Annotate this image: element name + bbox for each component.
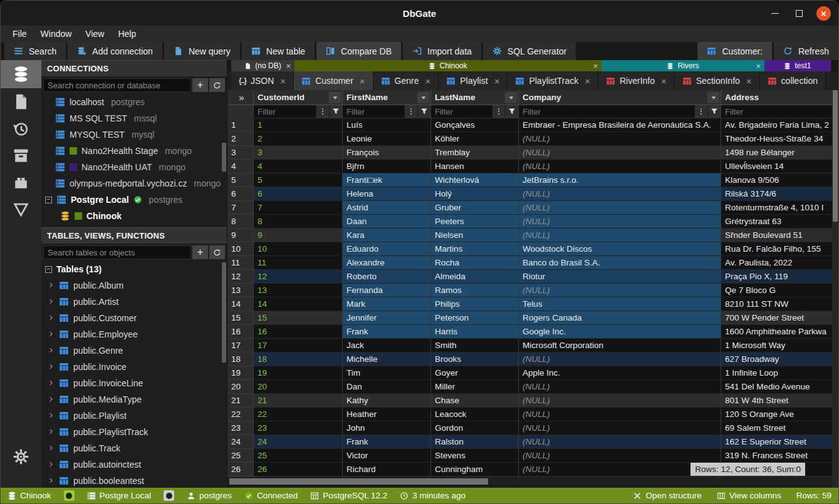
grid-cell[interactable]: Embraer - Empresa Brasileira de Aeronáut…	[519, 118, 721, 132]
close-icon[interactable]: ×	[286, 62, 291, 70]
chevron-right-icon[interactable]	[48, 280, 55, 291]
grid-cell[interactable]: Brooks	[431, 352, 519, 366]
refresh-button[interactable]: Refresh	[774, 42, 838, 60]
grid-cell[interactable]: 6	[254, 187, 343, 201]
grid-cell[interactable]: 1 Microsoft Way	[721, 339, 832, 352]
grid-cell[interactable]: (NULL)	[519, 352, 721, 366]
tab-collection[interactable]: collection	[760, 71, 826, 90]
grid-cell[interactable]: Gordon	[431, 421, 519, 435]
grid-cell[interactable]: Heather	[343, 408, 431, 421]
row-number-cell[interactable]: 17	[227, 339, 254, 352]
tables-search-input[interactable]	[43, 245, 191, 259]
new-query-button[interactable]: New query	[164, 42, 240, 60]
activitybar-query[interactable]	[1, 196, 41, 223]
grid-cell[interactable]: Gonçalves	[431, 118, 519, 132]
import-data-button[interactable]: Import data	[403, 42, 481, 60]
grid-cell[interactable]: 14	[254, 297, 343, 311]
grid-cell[interactable]: 25	[254, 449, 343, 463]
chevron-right-icon[interactable]	[48, 378, 55, 388]
table-item[interactable]: public.Artist	[41, 294, 227, 310]
chevron-right-icon[interactable]	[48, 313, 55, 323]
activitybar-archive[interactable]	[1, 142, 41, 169]
minimize-button[interactable]	[768, 6, 782, 21]
grid-cell[interactable]: Gruber	[431, 201, 519, 215]
grid-cell[interactable]: Miller	[431, 380, 519, 394]
grid-cell[interactable]: Hansen	[431, 160, 519, 173]
row-number-cell[interactable]: 12	[227, 270, 254, 284]
collapse-icon[interactable]: −	[45, 197, 52, 203]
grid-cell[interactable]: John	[343, 421, 431, 435]
grid-cell[interactable]: 24	[254, 435, 343, 449]
grid-cell[interactable]: (NULL)	[519, 394, 721, 408]
grid-cell[interactable]: 162 E Superior Street	[721, 435, 832, 449]
grid-cell[interactable]: (NULL)	[519, 215, 721, 229]
grid-cell[interactable]: (NULL)	[519, 449, 721, 463]
table-item[interactable]: public.Album	[41, 277, 227, 294]
grid-cell[interactable]: Frank	[343, 435, 431, 449]
grid-cell[interactable]: Kara	[343, 229, 431, 242]
close-icon[interactable]: ×	[756, 62, 761, 70]
grid-cell[interactable]: Almeida	[431, 270, 519, 284]
connections-scrollbar-thumb[interactable]	[222, 143, 226, 172]
grid-cell[interactable]: 19	[254, 366, 343, 380]
close-icon[interactable]: ×	[360, 76, 365, 86]
grid-cell[interactable]: JetBrains s.r.o.	[519, 173, 721, 187]
grid-cell[interactable]: 120 S Orange Ave	[721, 408, 832, 421]
table-item[interactable]: public.autoinctest	[41, 456, 227, 473]
chevron-right-icon[interactable]	[48, 476, 55, 486]
grid-cell[interactable]: Martins	[431, 242, 519, 256]
chevron-right-icon[interactable]	[48, 362, 55, 372]
filter-funnel-button[interactable]	[505, 105, 518, 118]
grid-cell[interactable]: (NULL)	[519, 201, 721, 215]
tab-playlisttrack[interactable]: PlaylistTrack×	[508, 71, 598, 90]
grid-cell[interactable]: Holý	[431, 187, 519, 201]
grid-cell[interactable]: Telus	[519, 297, 721, 311]
row-number-cell[interactable]: 15	[227, 311, 254, 325]
close-button[interactable]: ×	[816, 6, 831, 21]
grid-cell[interactable]: Goyer	[431, 366, 519, 380]
grid-cell[interactable]: Peeters	[431, 215, 519, 229]
filter-menu-button[interactable]	[316, 105, 329, 118]
activitybar-plugins[interactable]	[1, 169, 41, 196]
grid-cell[interactable]: (NULL)	[519, 160, 721, 173]
grid-cell[interactable]: 11	[254, 256, 343, 270]
grid-cell[interactable]: Ralston	[431, 435, 519, 449]
close-icon[interactable]: ×	[585, 76, 590, 86]
grid-cell[interactable]: Mark	[343, 297, 431, 311]
column-header-customerid[interactable]: CustomerId	[254, 90, 343, 105]
connection-item[interactable]: MYSQL TESTmysql	[41, 126, 227, 143]
row-number-cell[interactable]: 13	[227, 284, 254, 297]
column-header-lastname[interactable]: LastName	[431, 90, 519, 105]
status-view-columns[interactable]: View columns	[717, 491, 781, 500]
grid-cell[interactable]: Michelle	[343, 352, 431, 366]
connection-item[interactable]: localhostpostgres	[41, 94, 227, 110]
tab-customer[interactable]: Customer×	[294, 71, 373, 90]
grid-cell[interactable]: Alexandre	[343, 256, 431, 270]
grid-cell[interactable]: Victor	[343, 449, 431, 463]
grid-cell[interactable]: Av. Paulista, 2022	[721, 256, 832, 270]
column-header-firstname[interactable]: FirstName	[343, 90, 431, 105]
tab-riverinfo[interactable]: RiverInfo×	[598, 71, 675, 90]
grid-cell[interactable]: Rogers Canada	[519, 311, 721, 325]
connection-item[interactable]: −Postgre Localpostgres	[41, 192, 227, 208]
filter-funnel-button[interactable]	[707, 105, 721, 118]
grid-cell[interactable]: Sřnder Boulevard 51	[721, 229, 832, 242]
close-icon[interactable]: ×	[425, 76, 431, 86]
grid-cell[interactable]: 8210 111 ST NW	[721, 297, 832, 311]
grid-cell[interactable]: Smith	[431, 339, 519, 352]
row-number-cell[interactable]: 19	[227, 366, 254, 380]
grid-cell[interactable]: Harris	[431, 325, 519, 339]
grid-cell[interactable]: (NULL)	[519, 421, 721, 435]
status-open-structure[interactable]: Open structure	[633, 491, 701, 500]
connections-search-input[interactable]	[43, 78, 191, 92]
filter-input-company[interactable]	[519, 105, 694, 118]
grid-cell[interactable]: 5	[254, 173, 343, 187]
row-number-cell[interactable]: 20	[227, 380, 254, 394]
chevron-right-icon[interactable]	[48, 346, 55, 356]
grid-cell[interactable]: Nielsen	[431, 229, 519, 242]
activitybar-history[interactable]	[1, 115, 41, 142]
grid-cell[interactable]: Eduardo	[343, 242, 431, 256]
connection-item[interactable]: Chinook	[41, 208, 227, 224]
filter-menu-button[interactable]	[694, 105, 707, 118]
table-item[interactable]: public.Track	[41, 440, 227, 456]
